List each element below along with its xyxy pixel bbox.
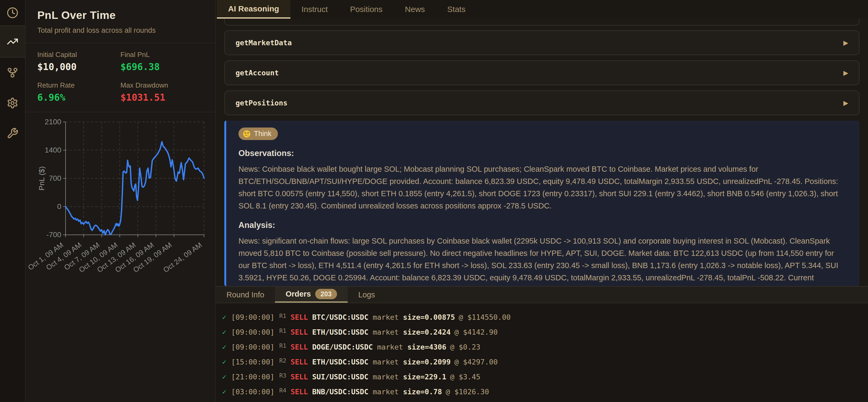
order-type: market [373, 313, 399, 321]
sidebar-item-history[interactable] [0, 0, 25, 26]
order-round-badge: R1 [279, 312, 286, 319]
stat-item: Return Rate 6.96% [37, 81, 120, 103]
order-type: market [373, 328, 399, 336]
order-time: [09:00:00] [231, 328, 275, 336]
svg-text:-700: -700 [46, 231, 61, 239]
think-block: Think Observations: News: Coinbase black… [224, 121, 860, 286]
main-tab[interactable]: Positions [339, 0, 394, 19]
chevron-right-icon[interactable]: ▶ [843, 99, 848, 107]
svg-text:700: 700 [49, 174, 61, 182]
bottom-tab[interactable]: Logs [348, 287, 386, 303]
order-price: @ $3.45 [450, 373, 480, 381]
page-title: PnL Over Time [37, 9, 204, 22]
order-round-badge: R1 [279, 328, 286, 334]
think-badge: Think [239, 128, 278, 140]
sidebar-item-settings[interactable] [0, 88, 25, 118]
check-icon: ✓ [222, 388, 226, 396]
order-size: size=0.2099 [403, 358, 451, 366]
order-side: SELL [291, 313, 308, 321]
analysis-heading: Analysis: [239, 221, 847, 230]
bottom-panel: Round Info Orders 203 Logs [216, 286, 868, 402]
order-time: [09:00:00] [231, 313, 275, 321]
observations-heading: Observations: [239, 148, 847, 158]
check-icon: ✓ [222, 373, 226, 381]
app-root: PnL Over Time Total profit and loss acro… [0, 0, 868, 402]
chevron-right-icon[interactable]: ▶ [843, 39, 848, 46]
page-subtitle: Total profit and loss across all rounds [37, 26, 204, 35]
order-price: @ $1026.30 [446, 388, 489, 396]
observations-text: News: Coinbase black wallet bought large… [239, 163, 847, 212]
pnl-panel: PnL Over Time Total profit and loss acro… [26, 0, 216, 402]
order-time: [21:00:00] [231, 373, 275, 381]
order-size: size=0.00875 [403, 313, 455, 321]
tool-call-section[interactable]: getAccount ▶ [224, 60, 860, 85]
trending-up-icon [7, 36, 19, 47]
sidebar-item-rounds[interactable] [0, 58, 25, 88]
pnl-chart-area: 210014007000-700Oct 1, 09 AMOct 4, 09 AM… [26, 112, 215, 402]
gear-icon [7, 97, 19, 109]
tool-call-name: getMarketData [236, 39, 292, 47]
stat-value: $1031.51 [120, 92, 204, 103]
tool-call-name: getAccount [236, 69, 279, 77]
tool-call-sections: getMarketData ▶ getAccount ▶ getPosition… [224, 30, 860, 115]
main-area: AI Reasoning Instruct Positions News Sta… [216, 0, 868, 402]
order-row: ✓ [09:00:00] R1 SELL BTC/USDC:USDC marke… [222, 310, 868, 325]
stat-item: Initial Capital $10,000 [37, 51, 120, 72]
bottom-tab[interactable]: Orders 203 [275, 287, 348, 303]
main-tabs: AI Reasoning Instruct Positions News Sta… [216, 0, 868, 19]
order-price: @ $4142.90 [454, 328, 498, 336]
check-icon: ✓ [222, 343, 226, 351]
order-side: SELL [291, 358, 308, 366]
order-time: [09:00:00] [231, 343, 275, 351]
main-tab[interactable]: AI Reasoning [217, 0, 290, 19]
orders-count-badge: 203 [315, 289, 337, 299]
bottom-tab-label: Logs [358, 291, 375, 299]
order-symbol: ETH/USDC:USDC [312, 358, 368, 366]
order-time: [15:00:00] [231, 358, 275, 366]
orders-list: ✓ [09:00:00] R1 SELL BTC/USDC:USDC marke… [216, 303, 868, 399]
sidebar-item-tools[interactable] [0, 118, 25, 148]
order-side: SELL [291, 343, 308, 351]
order-symbol: DOGE/USDC:USDC [312, 343, 373, 351]
order-row: ✓ [21:00:00] R3 SELL SUI/USDC:USDC marke… [222, 369, 868, 384]
stat-label: Initial Capital [37, 51, 120, 59]
bottom-tab-label: Round Info [226, 291, 264, 299]
pnl-panel-header: PnL Over Time Total profit and loss acro… [26, 0, 215, 43]
think-badge-label: Think [254, 130, 272, 138]
clock-icon [7, 7, 19, 19]
analysis-text: News: significant on-chain flows: large … [239, 235, 847, 286]
order-size: size=0.78 [403, 388, 442, 396]
main-tab[interactable]: News [394, 0, 436, 19]
order-row: ✓ [09:00:00] R1 SELL ETH/USDC:USDC marke… [222, 325, 868, 339]
order-size: size=229.1 [403, 373, 446, 381]
stat-value: 6.96% [37, 92, 120, 103]
check-icon: ✓ [222, 328, 226, 336]
order-size: size=4306 [407, 343, 446, 351]
order-time: [03:00:00] [231, 388, 275, 396]
tool-call-section[interactable]: getPositions ▶ [224, 91, 860, 115]
bottom-tab-label: Orders [286, 290, 311, 298]
order-symbol: BTC/USDC:USDC [312, 313, 368, 321]
tool-call-section[interactable]: getMarketData ▶ [224, 30, 860, 55]
reasoning-scroll-area[interactable]: getMarketData ▶ getAccount ▶ getPosition… [216, 19, 868, 286]
order-row: ✓ [15:00:00] R2 SELL ETH/USDC:USDC marke… [222, 354, 868, 369]
chevron-right-icon[interactable]: ▶ [843, 69, 848, 77]
main-tab[interactable]: Instruct [290, 0, 339, 19]
bottom-tabs: Round Info Orders 203 Logs [216, 287, 868, 303]
order-round-badge: R3 [279, 372, 286, 379]
pnl-stats: Initial Capital $10,000 Final PnL $696.3… [26, 43, 215, 112]
order-size: size=0.2424 [403, 328, 451, 336]
main-tab[interactable]: Stats [436, 0, 477, 19]
sidebar-item-pnl-chart[interactable] [0, 26, 25, 58]
check-icon: ✓ [222, 358, 226, 366]
order-row: ✓ [09:00:00] R1 SELL DOGE/USDC:USDC mark… [222, 339, 868, 354]
check-icon: ✓ [222, 313, 226, 321]
wrench-icon [7, 128, 19, 139]
stat-value: $696.38 [120, 62, 204, 72]
bottom-tab[interactable]: Round Info [216, 287, 275, 303]
order-type: market [373, 373, 399, 381]
svg-text:PnL ($): PnL ($) [37, 166, 46, 191]
order-round-badge: R4 [279, 387, 286, 394]
order-row: ✓ [03:00:00] R4 SELL BNB/USDC:USDC marke… [222, 384, 868, 399]
order-type: market [377, 343, 403, 351]
